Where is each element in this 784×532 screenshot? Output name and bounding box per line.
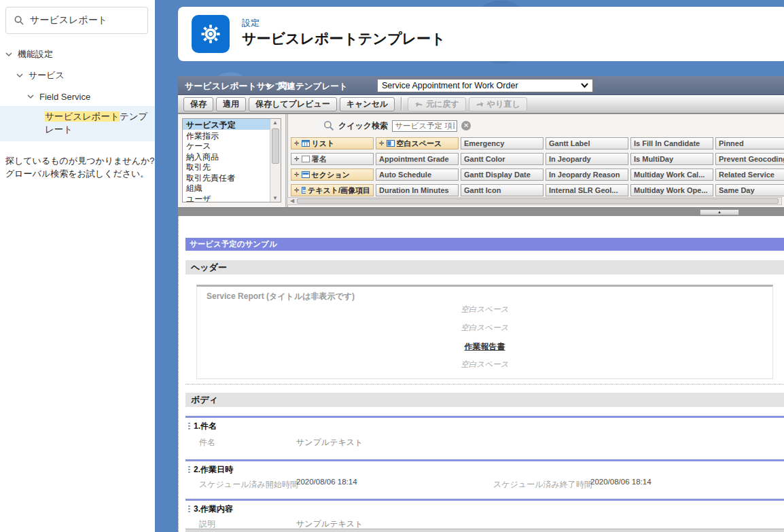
drag-handle-icon[interactable]	[188, 506, 190, 514]
tree-label: Field Service	[39, 92, 90, 102]
canvas-section-subject[interactable]: 1.件名 件名 サンプルテキスト	[185, 416, 784, 454]
field-value: サンプルテキスト	[296, 437, 363, 448]
sidebar-search-input[interactable]	[30, 15, 132, 26]
object-list-scrollbar[interactable]: ▲ ▼	[270, 119, 281, 202]
palette-field[interactable]: In Jeopardy Reason	[546, 169, 628, 181]
palette-field[interactable]: Emergency	[461, 137, 544, 149]
builder-button-bar: 保存 適用 保存してプレビュー キャンセル 元に戻す やり直し	[178, 95, 784, 114]
object-list: サービス予定 作業指示 ケース 納入商品 取引先 取引先責任者 組織 ユーザ ▲…	[182, 118, 281, 202]
palette-field[interactable]: In Jeopardy	[546, 153, 628, 165]
palette-field[interactable]: Internal SLR Geol...	[546, 184, 628, 196]
breadcrumb-setup: 設定	[242, 17, 260, 29]
palette-component-blank-space[interactable]: ✛ 空白スペース	[376, 137, 459, 149]
tree-label-selected: サービスレポートテンプレート	[45, 110, 151, 136]
palette-field[interactable]: Auto Schedule	[376, 169, 459, 181]
palette-horizontal-scrollbar[interactable]: ◀	[287, 197, 782, 205]
palette-field[interactable]: Gantt Label	[546, 137, 628, 149]
scrollbar-thumb[interactable]	[297, 198, 779, 204]
setup-gear-tile	[192, 15, 230, 53]
palette-field[interactable]: Duration In Minutes	[376, 184, 459, 196]
palette-field[interactable]: Appointment Grade	[376, 153, 459, 165]
component-palette: サービス予定 作業指示 ケース 納入商品 取引先 取引先責任者 組織 ユーザ ▲…	[178, 114, 784, 207]
field-label: スケジュール済み終了時間	[493, 479, 592, 491]
sidebar-item-field-service[interactable]: Field Service	[27, 90, 90, 103]
scroll-left-icon[interactable]: ◀	[287, 198, 297, 205]
not-found-hint-line1: 探しているものが見つかりませんか?	[5, 155, 155, 167]
page-header-card: 設定 サービスレポートテンプレート	[178, 7, 784, 61]
palette-component-signature[interactable]: ✛ 署名	[291, 153, 374, 165]
canvas-section-work-datetime[interactable]: 2.作業日時 スケジュール済み開始時間 2020/08/06 18:14 スケジ…	[185, 459, 784, 495]
canvas-blank-space[interactable]: 空白スペース	[197, 304, 772, 315]
quick-find: クイック検索 ✕	[323, 119, 471, 132]
collapse-palette-button[interactable]: ▲	[700, 209, 739, 215]
palette-field[interactable]: Gantt Icon	[461, 184, 544, 196]
palette-field[interactable]: Related Service	[715, 169, 784, 181]
scroll-down-icon[interactable]: ▼	[272, 195, 278, 201]
palette-field[interactable]: Gantt Color	[461, 153, 544, 165]
palette-component-text-image[interactable]: ✛ テキスト/画像項目	[291, 184, 374, 196]
section-title-row[interactable]: 1.件名	[188, 421, 217, 432]
object-item-contact[interactable]: 取引先責任者	[183, 172, 281, 183]
save-button[interactable]: 保存	[183, 97, 213, 111]
template-menu-caret-icon[interactable]	[265, 84, 272, 88]
section-title-row[interactable]: 2.作業日時	[188, 464, 233, 476]
object-item-organization[interactable]: 組織	[183, 182, 281, 193]
sidebar-item-feature-settings[interactable]: 機能設定	[5, 48, 53, 61]
canvas-section-work-detail[interactable]: 3.作業内容 説明 サンプルテキスト	[185, 499, 784, 529]
palette-field[interactable]: Multiday Work Cal...	[630, 169, 713, 181]
related-template-select[interactable]: Service Appointment for Work Order	[377, 79, 593, 92]
object-item-account[interactable]: 取引先	[183, 161, 281, 172]
palette-canvas-splitter[interactable]: ▲	[178, 207, 784, 216]
palette-component-list[interactable]: ✛ リスト	[291, 137, 374, 149]
scrollbar-thumb[interactable]	[272, 128, 279, 164]
chevron-down-icon	[27, 94, 34, 99]
clear-search-icon[interactable]: ✕	[461, 121, 471, 130]
section-title-row[interactable]: 3.作業内容	[188, 503, 233, 515]
signature-icon	[302, 156, 310, 162]
report-header-dropzone[interactable]: Service Report (タイトルは非表示です) 空白スペース 空白スペー…	[196, 285, 773, 379]
palette-field[interactable]: Pinned	[715, 137, 784, 149]
quick-find-label: クイック検索	[338, 120, 388, 132]
object-item-asset[interactable]: 納入商品	[183, 151, 281, 162]
palette-field[interactable]: Multiday Work Ope...	[630, 184, 713, 196]
template-toolbar: サービスレポートサンプル 関連テンプレート Service Appointmen…	[178, 76, 784, 95]
palette-divider[interactable]	[285, 114, 288, 207]
setup-sidebar: 機能設定 サービス Field Service サービスレポートテンプレート 探…	[0, 0, 155, 532]
canvas-blank-space[interactable]: 空白スペース	[197, 359, 772, 370]
palette-field[interactable]: Is Fill In Candidate	[630, 137, 713, 149]
sidebar-item-service-report-template[interactable]: サービスレポートテンプレート	[0, 106, 155, 141]
not-found-hint-line2: グローバル検索をお試しください。	[5, 168, 149, 180]
chevron-down-icon	[5, 52, 12, 57]
canvas-bottom-scrollbar[interactable]	[185, 529, 784, 532]
select-chevron-icon	[581, 83, 588, 88]
object-item-work-order[interactable]: 作業指示	[183, 130, 281, 141]
object-item-service-appointment[interactable]: サービス予定	[183, 119, 281, 130]
object-item-case[interactable]: ケース	[183, 140, 281, 151]
cancel-button[interactable]: キャンセル	[340, 97, 395, 111]
palette-field[interactable]: Prevent Geocoding	[715, 153, 784, 165]
report-title: Service Report (タイトルは非表示です)	[207, 291, 355, 302]
sidebar-item-service[interactable]: サービス	[16, 69, 65, 82]
apply-button[interactable]: 適用	[216, 97, 246, 111]
dropzone-divider	[185, 384, 784, 385]
redo-button[interactable]: やり直し	[469, 97, 527, 111]
palette-field[interactable]: Same Day	[715, 184, 784, 196]
scroll-up-icon[interactable]: ▲	[272, 120, 278, 126]
canvas-blank-space[interactable]: 空白スペース	[197, 323, 772, 333]
palette-field[interactable]: Is MultiDay	[630, 153, 713, 165]
palette-component-section[interactable]: ✛ セクション	[291, 169, 374, 181]
save-preview-button[interactable]: 保存してプレビュー	[249, 97, 337, 111]
redo-icon	[476, 101, 484, 108]
sidebar-search[interactable]	[5, 7, 148, 34]
template-name-menu[interactable]: サービスレポートサンプル	[185, 80, 293, 92]
drag-handle-icon[interactable]	[188, 466, 190, 474]
quick-find-input[interactable]	[392, 120, 457, 132]
section-icon	[302, 171, 310, 178]
undo-button[interactable]: 元に戻す	[408, 97, 466, 111]
blank-space-icon	[387, 140, 395, 147]
canvas-doc-title[interactable]: 作業報告書	[197, 341, 772, 353]
palette-field[interactable]: Gantt Display Date	[461, 169, 544, 181]
section-title: 2.作業日時	[194, 464, 233, 476]
object-item-user[interactable]: ユーザ	[183, 193, 281, 203]
drag-handle-icon[interactable]	[188, 423, 190, 431]
